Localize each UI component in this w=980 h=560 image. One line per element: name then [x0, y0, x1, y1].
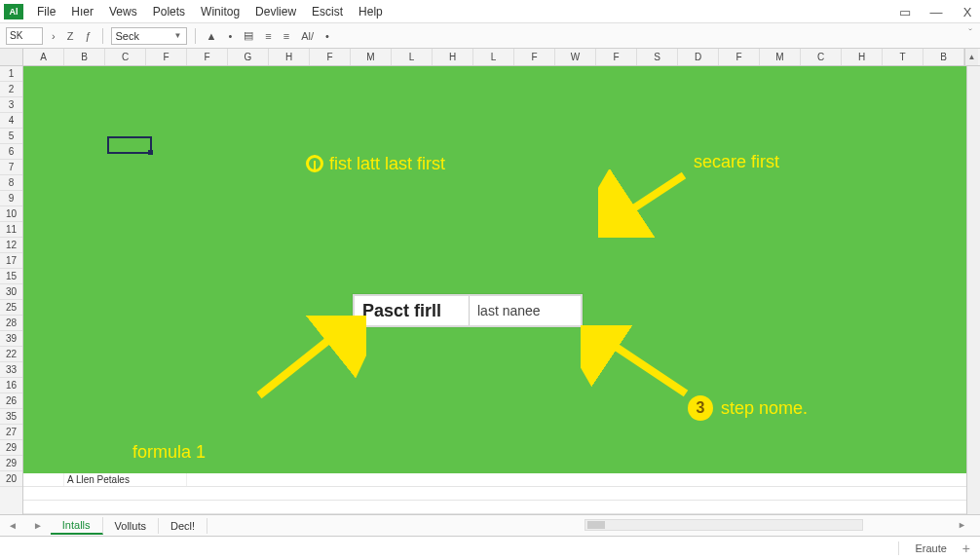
menu-winitog[interactable]: Winitog	[193, 0, 247, 22]
cell[interactable]: A Llen Petales	[64, 473, 187, 486]
toolbar-icon-4[interactable]: ≡	[262, 30, 274, 42]
vertical-scrollbar[interactable]	[966, 66, 980, 514]
horizontal-scrollbar[interactable]	[584, 519, 863, 531]
toolbar-icon-2[interactable]: •	[225, 30, 235, 42]
window-restore-icon[interactable]: ▭	[896, 5, 914, 19]
tab-nav-prev-icon[interactable]: ◄	[0, 520, 25, 531]
menu-polets[interactable]: Polets	[145, 0, 193, 22]
toolbar-nav-icon[interactable]: ›	[49, 30, 58, 42]
col-header[interactable]: L	[473, 49, 514, 65]
toolbar-separator	[195, 28, 196, 44]
font-selector[interactable]: Seck ▼	[111, 27, 187, 45]
menu-hier[interactable]: Hıer	[63, 0, 101, 22]
window-minimize-icon[interactable]: —	[927, 5, 945, 19]
scrollbar-thumb[interactable]	[587, 521, 605, 529]
toolbar-icon-7[interactable]: •	[322, 30, 332, 42]
row-header[interactable]: 1	[0, 66, 22, 82]
toolbar-separator	[102, 28, 103, 44]
menu-escist[interactable]: Escist	[304, 0, 351, 22]
zoom-plus-icon[interactable]: +	[962, 541, 970, 556]
col-header[interactable]: M	[351, 49, 392, 65]
col-header[interactable]: C	[801, 49, 842, 65]
row-header[interactable]: 15	[0, 269, 22, 284]
col-header[interactable]: T	[883, 49, 923, 65]
window-close-icon[interactable]: X	[959, 5, 976, 19]
scroll-up-icon[interactable]: ▲	[964, 49, 978, 65]
name-box[interactable]: SK	[6, 27, 43, 45]
row-header[interactable]: 12	[0, 238, 22, 253]
table-row[interactable]	[23, 501, 966, 514]
row-header[interactable]: 30	[0, 284, 22, 300]
row-header[interactable]: 33	[0, 362, 22, 378]
row-header[interactable]: 2	[0, 82, 22, 97]
select-all-corner[interactable]	[0, 49, 23, 65]
sheet-tabs-row: ◄ ► Intalls Volluts Decl! ►	[0, 514, 980, 536]
col-header[interactable]: F	[514, 49, 555, 65]
col-header[interactable]: B	[923, 49, 964, 65]
table-row[interactable]: A Llen Petales	[23, 473, 966, 487]
col-header[interactable]: L	[392, 49, 433, 65]
status-mode: Eraute	[915, 542, 946, 554]
row-header[interactable]: 6	[0, 144, 22, 160]
col-header[interactable]: H	[842, 49, 883, 65]
svg-line-1	[259, 327, 345, 395]
row-header[interactable]: 8	[0, 175, 22, 191]
col-header[interactable]: B	[64, 49, 105, 65]
row-header[interactable]: 16	[0, 378, 22, 393]
row-header[interactable]: 10	[0, 206, 22, 222]
row-header[interactable]: 17	[0, 253, 22, 269]
menu-file[interactable]: File	[29, 0, 63, 22]
toolbar-icon-3[interactable]: ▤	[241, 29, 256, 42]
row-header[interactable]: 29	[0, 456, 22, 471]
col-header[interactable]: H	[269, 49, 310, 65]
row-header[interactable]: 28	[0, 316, 22, 331]
row-header[interactable]: 25	[0, 300, 22, 316]
col-header[interactable]: H	[433, 49, 473, 65]
table-row[interactable]	[23, 487, 966, 501]
toolbar-icon-5[interactable]: ≡	[281, 30, 292, 42]
active-cell[interactable]	[107, 136, 152, 154]
cell[interactable]	[23, 473, 64, 486]
row-header[interactable]: 7	[0, 160, 22, 175]
col-header[interactable]: G	[228, 49, 269, 65]
menu-devliew[interactable]: Devliew	[247, 0, 304, 22]
row-header[interactable]: 35	[0, 409, 22, 425]
col-header[interactable]: F	[146, 49, 187, 65]
sheet-tab[interactable]: Decl!	[159, 518, 207, 534]
sheet-tab-active[interactable]: Intalls	[51, 517, 103, 535]
row-header[interactable]: 3	[0, 97, 22, 113]
toolbar-undo-icon[interactable]: Z	[64, 30, 77, 42]
row-header[interactable]: 22	[0, 347, 22, 362]
row-header[interactable]: 27	[0, 425, 22, 440]
col-header[interactable]: F	[596, 49, 637, 65]
row-header[interactable]: 11	[0, 222, 22, 238]
center-input-box[interactable]: Pasct firll last nanee	[353, 294, 583, 327]
row-header[interactable]: 9	[0, 191, 22, 206]
row-header[interactable]: 26	[0, 393, 22, 409]
sheet-tab[interactable]: Volluts	[103, 518, 159, 534]
menu-help[interactable]: Help	[351, 0, 391, 22]
col-header[interactable]: S	[637, 49, 678, 65]
row-header[interactable]: 39	[0, 331, 22, 347]
row-header[interactable]: 20	[0, 471, 22, 487]
col-header[interactable]: F	[719, 49, 760, 65]
toolbar-icon-6[interactable]: Al/	[298, 30, 317, 42]
col-header[interactable]: M	[760, 49, 801, 65]
col-header[interactable]: A	[23, 49, 64, 65]
tab-nav-next-icon[interactable]: ►	[25, 520, 51, 531]
toolbar-icon-1[interactable]: ▲	[204, 30, 220, 42]
col-header[interactable]: D	[678, 49, 719, 65]
sheet-area[interactable]: fist latt last first secare first Pasct …	[23, 66, 966, 514]
row-header[interactable]: 4	[0, 113, 22, 129]
row-header[interactable]: 5	[0, 129, 22, 144]
col-header[interactable]: F	[187, 49, 228, 65]
col-header[interactable]: W	[555, 49, 596, 65]
toolbar-collapse-icon[interactable]: ˇ	[968, 27, 972, 39]
menu-views[interactable]: Vews	[101, 0, 145, 22]
col-header[interactable]: F	[310, 49, 351, 65]
row-header[interactable]: 29	[0, 440, 22, 456]
toolbar-fx-icon[interactable]: ƒ	[82, 30, 94, 42]
col-header[interactable]: C	[105, 49, 146, 65]
highlighted-region	[23, 66, 966, 473]
scroll-right-icon[interactable]: ►	[869, 519, 966, 531]
